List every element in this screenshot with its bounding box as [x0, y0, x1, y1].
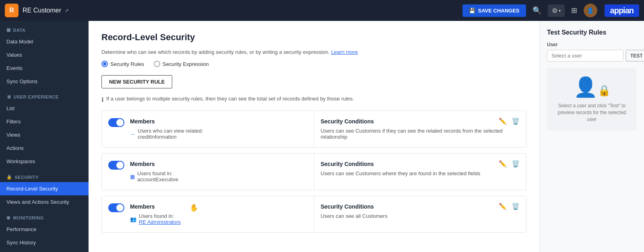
user-field-label: User	[547, 42, 637, 47]
preview-user-icon: 👤	[574, 76, 598, 98]
sidebar-section-monitoring: ◉ MONITORING	[0, 209, 89, 223]
learn-more-link[interactable]: Learn more	[331, 49, 358, 55]
sidebar-section-data: ▦ DATA	[0, 21, 89, 35]
edit-rule-button-2[interactable]: ✏️	[498, 202, 508, 211]
delete-rule-button-2[interactable]: 🗑️	[511, 202, 520, 211]
rule-member-info-0: Members → Users who can view related:cre…	[130, 118, 203, 140]
rule-member-label-2: Members	[130, 203, 181, 210]
new-security-rule-button[interactable]: NEW SECURITY RULE	[101, 75, 172, 88]
sidebar-item-events[interactable]: Events	[0, 61, 89, 75]
sidebar-item-list[interactable]: List	[0, 102, 89, 115]
sidebar-section-user-experience: 🖥 USER EXPERIENCE	[0, 88, 89, 102]
rule-toggle-0[interactable]	[108, 118, 124, 127]
member-icon-0: →	[130, 131, 135, 137]
rule-member-info-2: Members 👥 Users found in:RE Administrato…	[130, 203, 181, 225]
security-cond-text-0: Users can see Customers if they can see …	[321, 128, 520, 140]
rule-card-2: Members 👥 Users found in:RE Administrato…	[101, 196, 526, 233]
monitoring-section-icon: ◉	[6, 215, 11, 220]
sidebar-item-values[interactable]: Values	[0, 48, 89, 61]
info-icon: ℹ	[101, 96, 104, 103]
search-icon: 🔍	[533, 6, 541, 15]
sidebar-item-filters[interactable]: Filters	[0, 115, 89, 128]
member-icon-2: 👥	[130, 216, 136, 222]
rule-actions-2: ✏️ 🗑️	[498, 202, 520, 211]
security-cond-label-1: Security Conditions	[321, 161, 520, 167]
sidebar-item-record-level-security[interactable]: Record-Level Security	[0, 182, 89, 195]
preview-box: 👤 🔒 Select a user and click "Test" to pr…	[547, 68, 637, 131]
app-name: RE Customer ↗	[23, 7, 69, 14]
rule-left-1: Members ▦ Users found in:accountExecutiv…	[102, 154, 314, 190]
page-description: Determine who can see which records by a…	[101, 49, 526, 55]
security-cond-label-2: Security Conditions	[321, 203, 520, 210]
security-section-icon: 🔒	[6, 174, 12, 180]
test-button[interactable]: TEST	[626, 50, 644, 61]
radio-group: Security Rules Security Expression	[101, 61, 526, 67]
rule-card-1: Members ▦ Users found in:accountExecutiv…	[101, 153, 526, 190]
save-icon: 💾	[469, 8, 475, 14]
edit-rule-button-0[interactable]: ✏️	[498, 117, 508, 126]
select-user-input[interactable]	[547, 50, 623, 61]
radio-dot-empty	[154, 61, 160, 67]
sidebar-item-data-model[interactable]: Data Model	[0, 35, 89, 48]
sidebar-item-sync-history[interactable]: Sync History	[0, 236, 89, 249]
rule-left-2: Members 👥 Users found in:RE Administrato…	[102, 196, 314, 232]
rule-actions-0: ✏️ 🗑️	[498, 117, 520, 126]
rule-member-desc-0: → Users who can view related:creditInfor…	[130, 128, 203, 140]
top-navigation: R RE Customer ↗ 💾 SAVE CHANGES 🔍 ⚙ ▾ ⊞ 👤…	[0, 0, 644, 21]
radio-security-expression[interactable]: Security Expression	[154, 61, 209, 67]
ux-section-icon: 🖥	[6, 94, 11, 99]
sidebar-item-views[interactable]: Views	[0, 128, 89, 141]
member-icon-1: ▦	[130, 174, 135, 180]
rule-actions-1: ✏️ 🗑️	[498, 159, 520, 168]
page-title: Record-Level Security	[101, 32, 526, 43]
rule-toggle-1[interactable]	[108, 161, 124, 170]
sidebar-item-views-actions-security[interactable]: Views and Actions Security	[0, 195, 89, 209]
rule-toggle-2[interactable]	[108, 203, 124, 212]
save-changes-button[interactable]: 💾 SAVE CHANGES	[462, 4, 526, 17]
external-link-icon[interactable]: ↗	[64, 8, 69, 14]
user-avatar[interactable]: 👤	[584, 4, 597, 17]
info-message: ℹ If a user belongs to multiple security…	[101, 96, 526, 103]
rule-left-0: Members → Users who can view related:cre…	[102, 111, 314, 147]
preview-lock-icon: 🔒	[598, 84, 611, 97]
sidebar-item-sync-options[interactable]: Sync Options	[0, 75, 89, 88]
sidebar-item-performance[interactable]: Performance	[0, 223, 89, 236]
sidebar-section-security: 🔒 SECURITY	[0, 168, 89, 182]
main-layout: ▦ DATA Data Model Values Events Sync Opt…	[0, 21, 644, 252]
rule-card-0: Members → Users who can view related:cre…	[101, 111, 526, 148]
security-cond-text-2: Users can see all Customers	[321, 213, 520, 219]
right-panel: Test Security Rules User TEST 👤 🔒 Select…	[539, 21, 644, 252]
rule-member-label-1: Members	[130, 161, 178, 167]
radio-security-rules[interactable]: Security Rules	[101, 61, 144, 67]
sidebar: ▦ DATA Data Model Values Events Sync Opt…	[0, 21, 89, 252]
drag-handle-2[interactable]: ✋	[190, 203, 198, 212]
rule-member-label-0: Members	[130, 118, 203, 125]
sidebar-item-actions[interactable]: Actions	[0, 141, 89, 155]
security-cond-text-1: Users can see Customers where they are f…	[321, 170, 520, 176]
radio-dot-selected	[101, 61, 108, 67]
grid-icon: ⊞	[571, 6, 577, 15]
select-user-row: TEST	[547, 50, 637, 61]
right-panel-title: Test Security Rules	[547, 29, 637, 36]
search-button[interactable]: 🔍	[530, 4, 544, 17]
preview-text: Select a user and click "Test" to previe…	[555, 102, 629, 123]
gear-chevron-icon: ▾	[559, 8, 561, 13]
sidebar-item-workspaces[interactable]: Workspaces	[0, 155, 89, 168]
rule-right-1: ✏️ 🗑️ Security Conditions Users can see …	[314, 154, 526, 190]
settings-button[interactable]: ⚙ ▾	[548, 4, 565, 17]
gear-icon: ⚙	[552, 7, 557, 14]
appian-logo: appian	[605, 4, 639, 17]
re-administrators-link[interactable]: RE Administrators	[139, 219, 181, 225]
rule-member-info-1: Members ▦ Users found in:accountExecutiv…	[130, 161, 178, 182]
delete-rule-button-1[interactable]: 🗑️	[511, 159, 520, 168]
rule-member-desc-2: 👥 Users found in:RE Administrators	[130, 213, 181, 225]
grid-button[interactable]: ⊞	[569, 4, 580, 17]
rule-member-desc-1: ▦ Users found in:accountExecutive	[130, 170, 178, 182]
rule-right-0: ✏️ 🗑️ Security Conditions Users can see …	[314, 111, 526, 147]
rule-right-2: ✏️ 🗑️ Security Conditions Users can see …	[314, 196, 526, 232]
content-area: Record-Level Security Determine who can …	[89, 21, 539, 252]
delete-rule-button-0[interactable]: 🗑️	[511, 117, 520, 126]
security-cond-label-0: Security Conditions	[321, 118, 520, 125]
app-logo-icon: R	[5, 4, 19, 17]
edit-rule-button-1[interactable]: ✏️	[498, 159, 508, 168]
